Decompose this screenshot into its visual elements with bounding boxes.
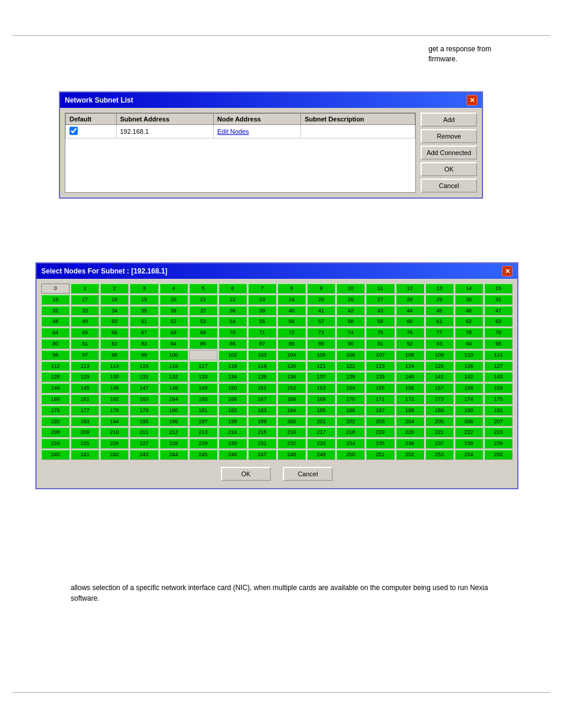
node-btn[interactable] (189, 350, 217, 360)
node-btn[interactable]: 136 (277, 372, 306, 382)
node-btn[interactable]: 8 (277, 284, 306, 294)
node-btn[interactable]: 201 (307, 417, 335, 427)
node-btn[interactable]: 229 (189, 439, 217, 449)
node-btn[interactable]: 191 (484, 406, 513, 416)
node-btn[interactable]: 223 (484, 427, 513, 437)
node-btn[interactable]: 70 (219, 328, 247, 338)
node-btn[interactable]: 149 (189, 383, 217, 393)
node-btn[interactable]: 115 (130, 361, 158, 371)
node-btn[interactable]: 21 (189, 295, 217, 305)
node-btn[interactable]: 238 (455, 439, 483, 449)
node-btn[interactable]: 240 (41, 450, 70, 460)
ok-button[interactable]: OK (421, 162, 477, 176)
node-btn[interactable]: 213 (189, 427, 217, 437)
node-btn[interactable]: 103 (248, 350, 276, 360)
node-btn[interactable]: 194 (100, 417, 128, 427)
node-btn[interactable]: 219 (366, 427, 394, 437)
node-btn[interactable]: 183 (248, 406, 276, 416)
node-btn[interactable]: 29 (425, 295, 454, 305)
node-btn[interactable]: 211 (130, 427, 158, 437)
node-btn[interactable]: 176 (41, 406, 70, 416)
node-btn[interactable]: 172 (396, 394, 424, 404)
node-btn[interactable]: 246 (219, 450, 247, 460)
node-btn[interactable]: 17 (71, 295, 99, 305)
node-btn[interactable]: 245 (189, 450, 217, 460)
node-btn[interactable]: 25 (307, 295, 335, 305)
node-btn[interactable]: 73 (307, 328, 335, 338)
node-btn[interactable]: 16 (41, 295, 70, 305)
node-btn[interactable]: 3 (130, 284, 158, 294)
node-btn[interactable]: 151 (248, 383, 276, 393)
node-btn[interactable]: 142 (455, 372, 483, 382)
node-btn[interactable]: 27 (366, 295, 394, 305)
node-btn[interactable]: 66 (100, 328, 128, 338)
node-btn[interactable]: 206 (455, 417, 483, 427)
node-btn[interactable]: 72 (277, 328, 306, 338)
node-btn[interactable]: 35 (130, 306, 158, 316)
node-btn[interactable]: 146 (100, 383, 128, 393)
node-btn[interactable]: 134 (219, 372, 247, 382)
node-btn[interactable]: 94 (455, 339, 483, 349)
node-btn[interactable]: 159 (484, 383, 513, 393)
node-btn[interactable]: 5 (189, 284, 217, 294)
node-btn[interactable]: 52 (160, 317, 188, 327)
node-btn[interactable]: 99 (130, 350, 158, 360)
node-btn[interactable]: 7 (248, 284, 276, 294)
node-btn[interactable]: 228 (160, 439, 188, 449)
node-btn[interactable]: 129 (71, 372, 99, 382)
node-btn[interactable]: 158 (455, 383, 483, 393)
node-btn[interactable]: 244 (160, 450, 188, 460)
node-btn[interactable]: 108 (396, 350, 424, 360)
node-btn[interactable]: 48 (41, 317, 70, 327)
node-btn[interactable]: 112 (41, 361, 70, 371)
node-btn[interactable]: 133 (189, 372, 217, 382)
node-btn[interactable]: 109 (425, 350, 454, 360)
node-btn[interactable]: 106 (336, 350, 365, 360)
node-btn[interactable]: 138 (336, 372, 365, 382)
node-btn[interactable]: 74 (336, 328, 365, 338)
node-btn[interactable]: 31 (484, 295, 513, 305)
node-btn[interactable]: 104 (277, 350, 306, 360)
node-btn[interactable]: 40 (277, 306, 306, 316)
node-btn[interactable]: 132 (160, 372, 188, 382)
node-btn[interactable]: 236 (396, 439, 424, 449)
node-btn[interactable]: 50 (100, 317, 128, 327)
node-btn[interactable]: 212 (160, 427, 188, 437)
node-btn[interactable]: 181 (189, 406, 217, 416)
node-btn[interactable]: 63 (484, 317, 513, 327)
edit-nodes-link[interactable]: Edit Nodes (217, 128, 249, 135)
node-btn[interactable]: 34 (100, 306, 128, 316)
node-btn[interactable]: 54 (219, 317, 247, 327)
node-btn[interactable]: 218 (336, 427, 365, 437)
node-btn[interactable]: 185 (307, 406, 335, 416)
node-btn[interactable]: 193 (71, 417, 99, 427)
node-btn[interactable]: 57 (307, 317, 335, 327)
node-btn[interactable]: 105 (307, 350, 335, 360)
node-btn[interactable]: 83 (130, 339, 158, 349)
node-btn[interactable]: 118 (219, 361, 247, 371)
node-btn[interactable]: 37 (189, 306, 217, 316)
node-btn[interactable]: 161 (71, 394, 99, 404)
subnet-dialog-close[interactable]: ✕ (467, 95, 477, 106)
node-btn[interactable]: 126 (455, 361, 483, 371)
node-btn[interactable]: 242 (100, 450, 128, 460)
node-btn[interactable]: 91 (366, 339, 394, 349)
node-btn[interactable]: 250 (336, 450, 365, 460)
node-btn[interactable]: 55 (248, 317, 276, 327)
node-btn[interactable]: 61 (425, 317, 454, 327)
node-btn[interactable]: 84 (160, 339, 188, 349)
node-btn[interactable]: 192 (41, 417, 70, 427)
add-connected-button[interactable]: Add Connected (421, 146, 477, 160)
node-btn[interactable]: 143 (484, 372, 513, 382)
node-btn[interactable]: 62 (455, 317, 483, 327)
node-btn[interactable]: 85 (189, 339, 217, 349)
node-btn[interactable]: 157 (425, 383, 454, 393)
node-btn[interactable]: 92 (396, 339, 424, 349)
node-btn[interactable]: 187 (366, 406, 394, 416)
node-btn[interactable]: 145 (71, 383, 99, 393)
node-btn[interactable]: 220 (396, 427, 424, 437)
node-btn[interactable]: 248 (277, 450, 306, 460)
node-btn[interactable]: 6 (219, 284, 247, 294)
node-btn[interactable]: 97 (71, 350, 99, 360)
node-btn[interactable]: 180 (160, 406, 188, 416)
